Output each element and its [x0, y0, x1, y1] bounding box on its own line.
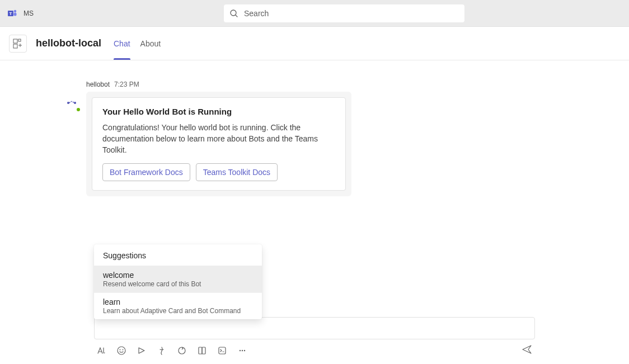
card-title: Your Hello World Bot is Running — [102, 107, 335, 116]
svg-rect-8 — [13, 44, 17, 48]
suggestion-command: learn — [103, 297, 253, 306]
message-author: hellobot — [86, 81, 110, 88]
svg-rect-17 — [199, 347, 202, 354]
format-icon[interactable] — [96, 346, 106, 356]
suggestions-header: Suggestions — [94, 244, 262, 266]
svg-point-13 — [118, 347, 125, 354]
card-body: Congratulations! Your hello world bot is… — [102, 122, 335, 155]
presence-available-icon — [76, 107, 81, 112]
search-input[interactable] — [244, 9, 459, 18]
svg-rect-3 — [14, 12, 17, 16]
message-row: Your Hello World Bot is Running Congratu… — [86, 92, 620, 196]
suggestions-popup: Suggestions welcome Resend welcome card … — [94, 244, 262, 319]
suggestion-description: Learn about Adaptive Card and Bot Comman… — [103, 307, 253, 315]
main-content: hellobot-local Chat About hellobot 7:23 … — [0, 27, 629, 364]
teams-logo-icon: T — [7, 8, 18, 19]
user-initials: MS — [24, 10, 34, 17]
svg-point-4 — [231, 10, 236, 16]
app-icon — [9, 35, 27, 53]
svg-point-14 — [120, 349, 121, 351]
compose-input[interactable] — [94, 317, 535, 339]
svg-text:T: T — [10, 11, 12, 16]
suggestion-command: welcome — [103, 271, 253, 280]
actions-icon[interactable] — [217, 346, 227, 356]
teams-toolkit-docs-button[interactable]: Teams Toolkit Docs — [196, 163, 278, 181]
tab-chat[interactable]: Chat — [114, 27, 130, 60]
message-time: 7:23 PM — [114, 81, 139, 88]
top-bar: T MS — [0, 0, 629, 27]
suggestion-item-welcome[interactable]: welcome Resend welcome card of this Bot — [94, 266, 262, 293]
emoji-icon[interactable] — [116, 346, 126, 356]
svg-rect-6 — [13, 39, 17, 43]
svg-point-12 — [74, 102, 76, 104]
bot-framework-docs-button[interactable]: Bot Framework Docs — [102, 163, 190, 181]
card-actions: Bot Framework Docs Teams Toolkit Docs — [102, 163, 335, 181]
tab-about[interactable]: About — [140, 27, 161, 60]
suggestion-description: Resend welcome card of this Bot — [103, 280, 253, 288]
app-header: hellobot-local Chat About — [0, 27, 629, 60]
svg-point-11 — [67, 102, 69, 104]
svg-line-5 — [236, 15, 237, 17]
svg-point-20 — [240, 350, 241, 351]
loop-icon[interactable] — [177, 346, 187, 356]
search-box[interactable] — [224, 4, 464, 22]
svg-rect-19 — [219, 347, 226, 354]
chat-area: hellobot 7:23 PM Your Hello World Bot is… — [0, 60, 629, 364]
more-icon[interactable] — [237, 346, 247, 356]
send-icon[interactable] — [522, 344, 533, 357]
gif-icon[interactable] — [137, 346, 147, 356]
message-bubble: Your Hello World Bot is Running Congratu… — [86, 92, 351, 196]
svg-point-22 — [244, 350, 245, 351]
svg-point-16 — [179, 347, 185, 354]
svg-rect-18 — [202, 347, 205, 354]
svg-point-21 — [242, 350, 243, 351]
svg-point-15 — [123, 349, 124, 351]
search-icon — [229, 9, 238, 18]
compose-toolbar — [94, 339, 535, 357]
message-header: hellobot 7:23 PM — [86, 81, 620, 88]
suggestion-item-learn[interactable]: learn Learn about Adaptive Card and Bot … — [94, 293, 262, 319]
svg-rect-7 — [18, 39, 21, 41]
app-title: hellobot-local — [36, 37, 101, 49]
adaptive-card: Your Hello World Bot is Running Congratu… — [92, 97, 346, 191]
attach-icon[interactable] — [197, 346, 207, 356]
tabs: Chat About — [114, 27, 161, 60]
bot-avatar — [63, 94, 81, 112]
compose-area — [9, 317, 620, 364]
sticker-icon[interactable] — [157, 346, 167, 356]
svg-point-2 — [14, 10, 16, 12]
